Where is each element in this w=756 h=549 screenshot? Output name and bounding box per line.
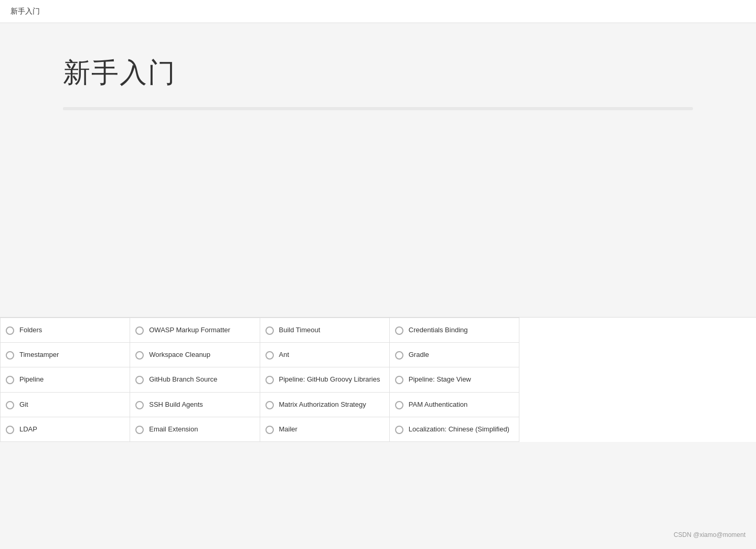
plugin-checkbox-1-3[interactable] xyxy=(395,351,403,360)
plugin-item: Folders xyxy=(6,325,121,335)
plugin-checkbox-2-2[interactable] xyxy=(265,376,274,384)
watermark: CSDN @xiamo@moment xyxy=(674,531,746,539)
plugin-row: FoldersOWASP Markup FormatterBuild Timeo… xyxy=(1,318,519,343)
plugin-cell-4-0: LDAP xyxy=(1,417,130,441)
plugin-item: Ant xyxy=(265,350,381,360)
plugin-checkbox-0-1[interactable] xyxy=(135,326,144,335)
plugin-name-label: Gradle xyxy=(409,350,429,360)
nav-title: 新手入门 xyxy=(10,7,40,16)
plugin-cell-0-3: Credentials Binding xyxy=(389,318,519,343)
plugin-cell-4-2: Mailer xyxy=(260,417,389,441)
plugin-name-label: Workspace Cleanup xyxy=(149,350,210,360)
progress-bar-fill xyxy=(63,107,252,110)
plugin-cell-0-0: Folders xyxy=(1,318,130,343)
plugin-item: Git xyxy=(6,400,121,409)
plugin-item: Matrix Authorization Strategy xyxy=(265,400,381,409)
plugin-item: PAM Authentication xyxy=(395,400,510,409)
plugin-item: Credentials Binding xyxy=(395,325,510,335)
main-content: 新手入门 xyxy=(0,23,756,317)
plugin-item: Workspace Cleanup xyxy=(135,350,251,360)
progress-bar-container xyxy=(63,107,693,110)
plugin-name-label: Pipeline: GitHub Groovy Libraries xyxy=(279,375,380,384)
plugin-name-label: Git xyxy=(19,400,28,409)
plugin-name-label: Credentials Binding xyxy=(409,325,468,335)
plugin-checkbox-2-1[interactable] xyxy=(135,376,144,384)
plugin-cell-1-1: Workspace Cleanup xyxy=(130,343,260,367)
plugin-name-label: PAM Authentication xyxy=(409,400,468,409)
plugin-cell-4-1: Email Extension xyxy=(130,417,260,441)
plugin-checkbox-4-1[interactable] xyxy=(135,426,144,434)
plugin-checkbox-3-3[interactable] xyxy=(395,401,403,409)
plugin-cell-4-3: Localization: Chinese (Simplified) xyxy=(389,417,519,441)
plugin-row: TimestamperWorkspace CleanupAntGradle xyxy=(1,343,519,367)
plugin-item: Gradle xyxy=(395,350,510,360)
plugin-name-label: GitHub Branch Source xyxy=(149,375,217,384)
plugin-item: Timestamper xyxy=(6,350,121,360)
plugin-name-label: Matrix Authorization Strategy xyxy=(279,400,366,409)
plugin-item: LDAP xyxy=(6,425,121,434)
plugin-checkbox-4-0[interactable] xyxy=(6,426,14,434)
plugin-name-label: Pipeline: Stage View xyxy=(409,375,471,384)
plugin-item: SSH Build Agents xyxy=(135,400,251,409)
plugin-name-label: Timestamper xyxy=(19,350,59,360)
page-title: 新手入门 xyxy=(63,55,693,91)
plugin-item: GitHub Branch Source xyxy=(135,375,251,384)
plugin-item: Pipeline: Stage View xyxy=(395,375,510,384)
plugin-checkbox-0-2[interactable] xyxy=(265,326,274,335)
plugin-cell-3-3: PAM Authentication xyxy=(389,392,519,417)
plugin-checkbox-2-0[interactable] xyxy=(6,376,14,384)
plugin-name-label: Localization: Chinese (Simplified) xyxy=(409,425,509,434)
plugin-name-label: Email Extension xyxy=(149,425,198,434)
plugin-checkbox-1-1[interactable] xyxy=(135,351,144,360)
plugin-name-label: SSH Build Agents xyxy=(149,400,203,409)
plugin-item: Email Extension xyxy=(135,425,251,434)
plugin-row: LDAPEmail ExtensionMailerLocalization: C… xyxy=(1,417,519,441)
plugin-name-label: LDAP xyxy=(19,425,37,434)
plugin-checkbox-0-3[interactable] xyxy=(395,326,403,335)
plugin-item: OWASP Markup Formatter xyxy=(135,325,251,335)
plugin-checkbox-4-2[interactable] xyxy=(265,426,274,434)
plugin-name-label: Pipeline xyxy=(19,375,44,384)
plugin-item: Pipeline xyxy=(6,375,121,384)
plugin-checkbox-1-2[interactable] xyxy=(265,351,274,360)
plugin-table: FoldersOWASP Markup FormatterBuild Timeo… xyxy=(0,318,519,442)
plugin-checkbox-1-0[interactable] xyxy=(6,351,14,360)
plugin-cell-1-0: Timestamper xyxy=(1,343,130,367)
plugin-cell-3-2: Matrix Authorization Strategy xyxy=(260,392,389,417)
plugin-checkbox-3-2[interactable] xyxy=(265,401,274,409)
plugin-row: GitSSH Build AgentsMatrix Authorization … xyxy=(1,392,519,417)
plugin-cell-2-3: Pipeline: Stage View xyxy=(389,367,519,392)
plugin-cell-1-3: Gradle xyxy=(389,343,519,367)
plugin-row: PipelineGitHub Branch SourcePipeline: Gi… xyxy=(1,367,519,392)
plugin-cell-3-0: Git xyxy=(1,392,130,417)
plugin-checkbox-2-3[interactable] xyxy=(395,376,403,384)
plugin-cell-2-0: Pipeline xyxy=(1,367,130,392)
plugin-name-label: Mailer xyxy=(279,425,297,434)
plugin-checkbox-4-3[interactable] xyxy=(395,426,403,434)
plugin-checkbox-0-0[interactable] xyxy=(6,326,14,335)
plugin-item: Mailer xyxy=(265,425,381,434)
plugin-checkbox-3-1[interactable] xyxy=(135,401,144,409)
plugin-checkbox-3-0[interactable] xyxy=(6,401,14,409)
plugin-item: Localization: Chinese (Simplified) xyxy=(395,425,510,434)
plugin-cell-0-1: OWASP Markup Formatter xyxy=(130,318,260,343)
plugin-cell-0-2: Build Timeout xyxy=(260,318,389,343)
plugin-cell-3-1: SSH Build Agents xyxy=(130,392,260,417)
plugin-item: Build Timeout xyxy=(265,325,381,335)
plugin-cell-2-1: GitHub Branch Source xyxy=(130,367,260,392)
plugin-name-label: Folders xyxy=(19,325,42,335)
plugin-name-label: Ant xyxy=(279,350,290,360)
plugin-cell-1-2: Ant xyxy=(260,343,389,367)
plugin-section: FoldersOWASP Markup FormatterBuild Timeo… xyxy=(0,317,756,442)
plugin-cell-2-2: Pipeline: GitHub Groovy Libraries xyxy=(260,367,389,392)
plugin-item: Pipeline: GitHub Groovy Libraries xyxy=(265,375,381,384)
top-nav: 新手入门 xyxy=(0,0,756,23)
plugin-name-label: Build Timeout xyxy=(279,325,321,335)
plugin-name-label: OWASP Markup Formatter xyxy=(149,325,230,335)
